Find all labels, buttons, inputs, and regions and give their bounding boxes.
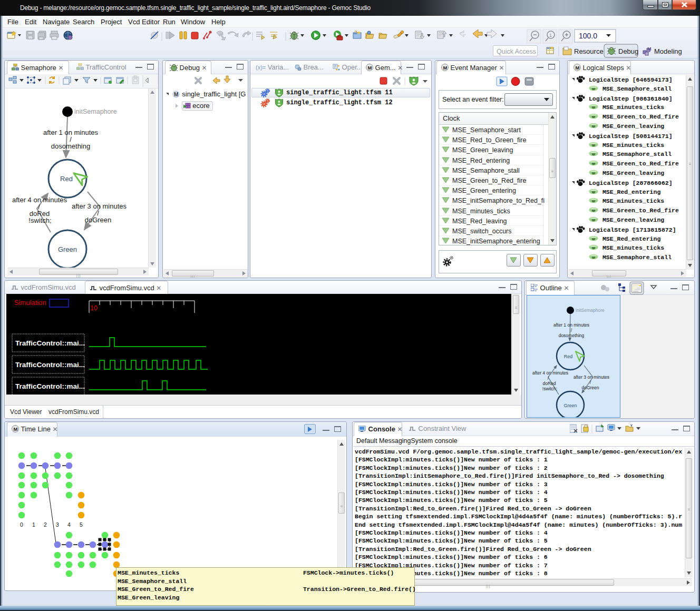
svg-text:!switch;: !switch;: [542, 386, 557, 391]
svg-text:2: 2: [44, 521, 47, 528]
svg-text:initSemaphore: initSemaphore: [576, 308, 605, 313]
svg-text:initSemaphore: initSemaphore: [74, 108, 117, 115]
svg-text:M: M: [368, 65, 372, 71]
svg-text:/: /: [590, 380, 591, 385]
svg-text:TrafficControl::mai...: TrafficControl::mai...: [15, 382, 85, 390]
svg-text:1: 1: [32, 521, 35, 528]
svg-text:10: 10: [90, 304, 98, 312]
svg-text:Red: Red: [564, 354, 573, 359]
svg-text:after 3 on minutes: after 3 on minutes: [573, 375, 609, 380]
svg-text:1: 1: [549, 33, 552, 38]
svg-text:!switch;: !switch;: [28, 216, 51, 224]
svg-text:3: 3: [56, 521, 59, 528]
svg-text:Debug: Debug: [618, 47, 638, 55]
svg-text:/: /: [571, 328, 572, 333]
svg-text:after 1 on minutes: after 1 on minutes: [553, 322, 589, 328]
svg-text:TrafficControl::mai...: TrafficControl::mai...: [15, 339, 85, 347]
svg-text:doGreen: doGreen: [85, 216, 112, 224]
svg-text:4: 4: [67, 521, 71, 528]
svg-text:Green: Green: [563, 403, 577, 408]
svg-text:TrafficControl::mai...: TrafficControl::mai...: [15, 361, 85, 369]
svg-text:after 3 on minutes: after 3 on minutes: [72, 202, 127, 210]
svg-text:Green: Green: [58, 245, 77, 253]
svg-text:M: M: [647, 46, 652, 52]
svg-text:Resource: Resource: [574, 47, 604, 55]
svg-text:M: M: [576, 65, 580, 71]
svg-text:doRed: doRed: [542, 381, 556, 386]
svg-text:Red: Red: [60, 175, 73, 183]
svg-text:0: 0: [20, 521, 23, 528]
svg-text:dosomething: dosomething: [51, 142, 90, 150]
svg-text:M: M: [443, 65, 448, 71]
svg-text:100.0: 100.0: [579, 32, 597, 40]
svg-text:5: 5: [80, 521, 83, 528]
svg-text:Modeling: Modeling: [654, 47, 682, 55]
svg-text:dosomething: dosomething: [559, 333, 585, 338]
svg-text:doGreen: doGreen: [581, 385, 599, 390]
svg-text:Simulation: Simulation: [14, 299, 46, 307]
svg-text:after 4 on minutes: after 4 on minutes: [532, 370, 568, 376]
svg-text:M: M: [14, 426, 18, 432]
svg-text:M: M: [174, 92, 178, 97]
